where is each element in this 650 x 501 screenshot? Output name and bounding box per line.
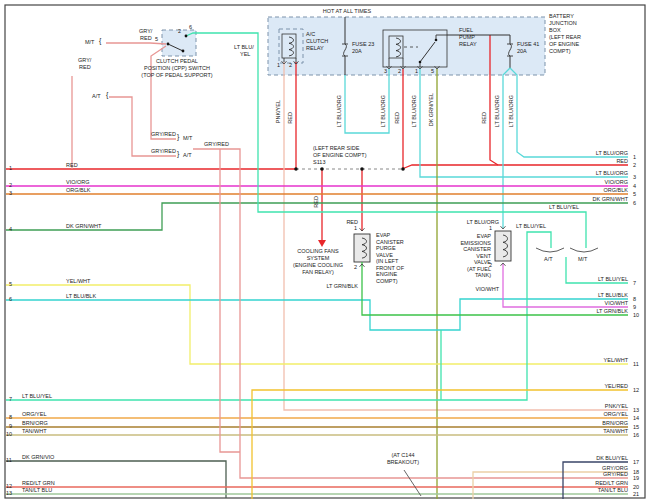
right-pin-wire-label: TAN/LT BLU <box>598 487 628 493</box>
purge-valve-label: EVAP <box>376 232 390 238</box>
wire-color-label: LT BLU/ORG <box>336 95 342 127</box>
wire-color-label: LT BLU/YEL <box>549 204 579 210</box>
vent-valve-label: TANK) <box>475 272 491 278</box>
fuse-41-label: FUSE 41 <box>517 41 539 47</box>
left-pin-number: 8 <box>9 414 12 420</box>
brace-glyph: { <box>99 37 101 45</box>
fuse-23-label: 20A <box>352 48 362 54</box>
right-pin-number: 5 <box>633 191 636 197</box>
cooling-fans-label: COOLING FANS <box>297 248 338 254</box>
left-pin-number: 9 <box>9 423 12 429</box>
cpp-switch-label: POSITION (CPP) SWITCH <box>144 65 210 71</box>
right-pin-number: 2 <box>633 162 636 168</box>
right-pin-wire-label: DK BLU/YEL <box>596 455 628 461</box>
pin-number: 1 <box>354 225 357 231</box>
ac-clutch-relay-label: RELAY <box>306 45 324 51</box>
battery-box-label: JUNCTION <box>549 20 577 26</box>
wire-color-label: LT BLU/ORG <box>508 95 514 127</box>
right-pin-number: 20 <box>633 484 639 490</box>
right-pin-number: 16 <box>633 432 639 438</box>
left-pin-wire-label: RED/LT GRN <box>22 480 55 486</box>
fuse-41-label: 20A <box>517 48 527 54</box>
right-pin-number: 19 <box>633 475 639 481</box>
right-pin-wire-label: ORG/BLK <box>604 187 628 193</box>
vent-valve-label: EVAP <box>477 233 491 239</box>
left-pin-wire-label: BRN/ORG <box>22 420 48 426</box>
wire-color-label: RED <box>287 112 293 124</box>
right-pin-wire-label: LT BLU/ORG <box>596 170 628 176</box>
wire-color-label: GRY/RED <box>151 131 176 137</box>
wiring-diagram-canvas: HOT AT ALL TIMESBATTERYJUNCTIONBOX(LEFT … <box>0 0 650 501</box>
left-pin-number: 11 <box>6 457 12 463</box>
wire-color-label: DK GRN/YEL <box>428 93 434 126</box>
right-pin-wire-label: LT GRN/BLK <box>596 308 628 314</box>
pin-number: 2 <box>398 68 401 74</box>
left-pin-wire-label: LT BLU/BLK <box>66 293 96 299</box>
fuel-pump-relay-label: RELAY <box>459 41 477 47</box>
wire-color-label: LT GRN/BLK <box>326 283 358 289</box>
right-pin-wire-label: BRN/ORG <box>602 420 628 426</box>
right-pin-wire-label: RED/LT GRN <box>595 480 628 486</box>
transmission-label: A/T <box>544 256 553 262</box>
right-pin-number: 12 <box>633 387 639 393</box>
purge-valve-label: PURGE <box>376 245 396 251</box>
left-pin-wire-label: TAN/LT BLU <box>22 487 52 493</box>
cooling-fans-label: FAN RELAY) <box>302 269 334 275</box>
left-pin-number: 4 <box>9 226 12 232</box>
pin-number: 5 <box>431 68 434 74</box>
c144-breakout-label: BREAKOUT) <box>387 459 419 465</box>
wire-color-label: LT BLU/ORG <box>494 95 500 127</box>
right-pin-number: 11 <box>633 361 639 367</box>
left-pin-number: 10 <box>6 431 12 437</box>
left-pin-number: 13 <box>6 490 12 496</box>
battery-box-label: BOX <box>549 27 561 33</box>
left-pin-number: 6 <box>9 296 12 302</box>
brace-glyph: { <box>106 91 108 99</box>
right-pin-number: 13 <box>633 407 639 413</box>
purge-valve-label: ENGINE <box>376 271 397 277</box>
left-pin-number: 12 <box>6 483 12 489</box>
battery-box-label: COMPT) <box>549 48 571 54</box>
wire-color-label: RED <box>79 64 91 70</box>
left-pin-number: 5 <box>9 281 12 287</box>
fuel-pump-relay-label: PUMP <box>459 34 475 40</box>
left-pin-wire-label: ORG/YEL <box>22 411 46 417</box>
fuel-pump-relay-label: FUEL <box>459 27 473 33</box>
right-pin-wire-label: LT BLU/ORG <box>596 150 628 156</box>
right-pin-number: 21 <box>633 491 639 497</box>
battery-box-label: BATTERY <box>549 13 574 19</box>
right-pin-wire-label: LT BLU/BLK <box>598 292 628 298</box>
left-pin-wire-label: LT BLU/YEL <box>22 393 52 399</box>
right-pin-number: 8 <box>633 296 636 302</box>
pin-number: 2 <box>489 262 492 268</box>
wire-color-label: LT BLU/ORG <box>411 95 417 127</box>
right-pin-number: 1 <box>633 154 636 160</box>
right-pin-number: 14 <box>633 415 639 421</box>
wire-color-label: GRY/RED <box>151 148 176 154</box>
brace-glyph: } <box>177 133 179 141</box>
right-pin-wire-label: YEL/RED <box>604 383 628 389</box>
right-pin-wire-label: LT BLU/YEL <box>598 276 628 282</box>
pin-number: 5 <box>155 36 158 42</box>
wire-color-label: RED <box>140 35 152 41</box>
pin-number: 3 <box>384 68 387 74</box>
wire-color-label: RED <box>394 112 400 124</box>
transmission-label: M/T <box>183 135 192 141</box>
wire-color-label: YEL <box>240 51 250 57</box>
left-pin-wire-label: RED <box>66 162 78 168</box>
pin-number: 6 <box>189 24 192 30</box>
wire-color-label: GRY/ <box>139 28 152 34</box>
right-pin-wire-label: GRY/RED <box>603 471 628 477</box>
pin-number: 2 <box>289 62 292 68</box>
wire-color-label: VIO/WHT <box>475 286 499 292</box>
pin-number: 1 <box>489 225 492 231</box>
right-pin-wire-label: VIO/ORG <box>604 179 628 185</box>
transmission-label: A/T <box>183 152 192 158</box>
left-pin-wire-label: DK GRN/VIO <box>22 454 54 460</box>
splice-s113-label: S113 <box>313 159 325 165</box>
right-pin-number: 17 <box>633 459 639 465</box>
wire-color-label: RED <box>313 196 319 208</box>
battery-box-label: OF ENGINE <box>549 41 579 47</box>
wire-color-label: LT BLU/ <box>234 44 254 50</box>
splice-s113-label: OF ENGINE COMPT) <box>313 152 366 158</box>
